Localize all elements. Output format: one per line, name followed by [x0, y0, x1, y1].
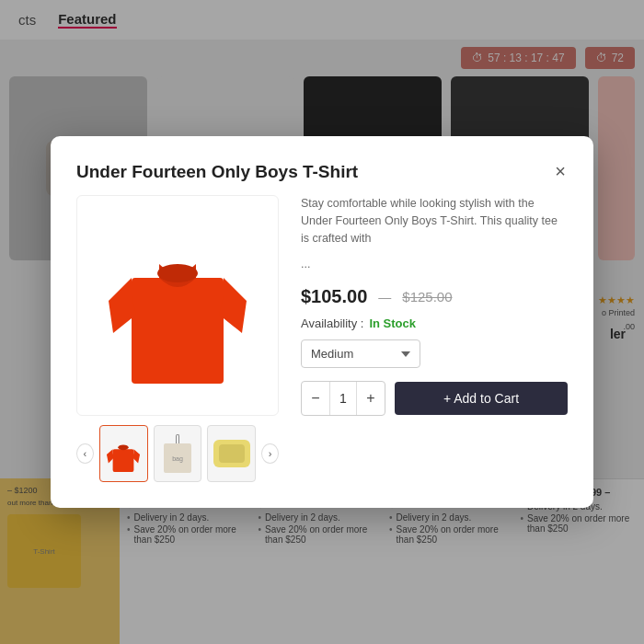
- availability-row: Availability : In Stock: [301, 316, 568, 330]
- product-description-ellipsis: ...: [301, 256, 568, 273]
- modal-body: ‹ bag: [76, 195, 568, 482]
- svg-point-7: [119, 445, 129, 451]
- modal-title: Under Fourteen Only Boys T-Shirt: [76, 162, 553, 182]
- thumb-prev-button[interactable]: ‹: [76, 443, 94, 464]
- thumbnail-2[interactable]: bag: [154, 425, 202, 482]
- product-image-section: ‹ bag: [76, 195, 279, 482]
- modal-header: Under Fourteen Only Boys T-Shirt ×: [76, 162, 568, 182]
- price-divider: —: [378, 290, 391, 305]
- svg-marker-5: [107, 449, 114, 463]
- price-row: $105.00 — $125.00: [301, 286, 568, 307]
- thumb-next-button[interactable]: ›: [261, 443, 279, 464]
- qty-minus-button[interactable]: −: [302, 382, 329, 415]
- cart-row: − 1 + + Add to Cart: [301, 381, 568, 416]
- product-details: Stay comfortable while looking stylish w…: [301, 195, 568, 482]
- svg-rect-4: [113, 449, 134, 472]
- add-to-cart-button[interactable]: + Add to Cart: [395, 382, 568, 415]
- thumbnail-1[interactable]: [99, 425, 148, 482]
- qty-plus-button[interactable]: +: [357, 382, 385, 415]
- thumb-shirt-icon: [106, 435, 141, 472]
- main-product-image: [76, 195, 279, 416]
- svg-marker-6: [133, 449, 141, 463]
- svg-point-3: [157, 264, 198, 282]
- thumbnails: ‹ bag: [76, 425, 279, 482]
- price-current: $105.00: [301, 286, 367, 307]
- availability-label: Availability :: [301, 316, 363, 330]
- thumbnail-3[interactable]: [207, 425, 256, 482]
- qty-value: 1: [329, 382, 357, 415]
- product-modal: Under Fourteen Only Boys T-Shirt ×: [51, 136, 593, 508]
- close-button[interactable]: ×: [553, 162, 568, 180]
- size-selector[interactable]: Small Medium Large X-Large: [301, 339, 420, 368]
- price-original: $125.00: [402, 289, 452, 305]
- size-selector-wrapper: Small Medium Large X-Large: [301, 339, 568, 368]
- shirt-svg: [104, 223, 251, 388]
- svg-rect-0: [132, 278, 224, 384]
- product-description: Stay comfortable while looking stylish w…: [301, 195, 568, 247]
- availability-value: In Stock: [369, 316, 416, 330]
- quantity-control: − 1 +: [301, 381, 385, 416]
